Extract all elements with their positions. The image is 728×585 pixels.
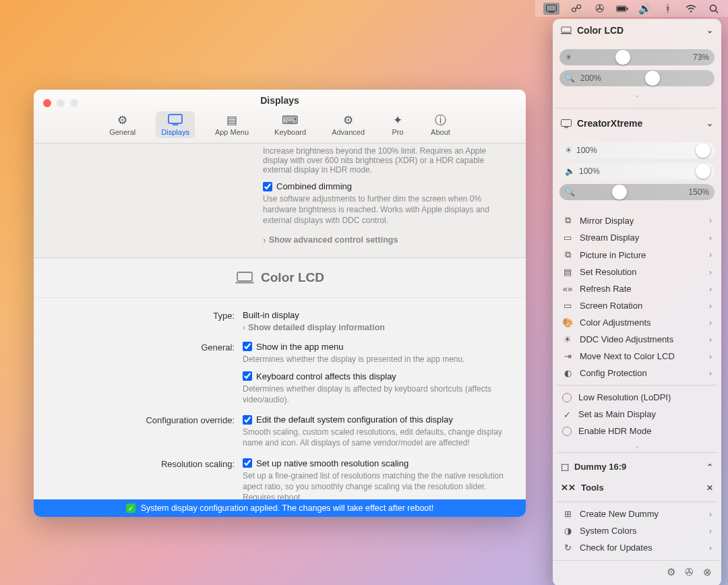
combined-dimming-checkbox[interactable]: Combined dimming	[263, 181, 499, 191]
check-icon: ✓	[562, 410, 572, 419]
menu-item-refresh-rate[interactable]: «»Refresh Rate›	[553, 280, 721, 297]
svg-rect-4	[627, 7, 628, 9]
show-advanced-control-link[interactable]: Show advanced control settings	[263, 235, 499, 245]
brightness-slider-d2[interactable]: ☀︎ 100%	[559, 142, 715, 158]
tab-pro[interactable]: ✦Pro	[385, 111, 411, 138]
tab-app-menu[interactable]: ▤App Menu	[210, 111, 254, 138]
gear-icon[interactable]: ⚙︎	[667, 566, 675, 578]
svg-rect-12	[562, 27, 571, 32]
tab-keyboard[interactable]: ⌨Keyboard	[269, 111, 311, 138]
window-title: Displays	[34, 90, 526, 106]
expand-dots[interactable]: ⌄	[559, 91, 715, 98]
bluetooth-icon[interactable]: ᚼ	[662, 3, 674, 15]
svg-rect-15	[564, 127, 568, 127]
svg-rect-0	[547, 5, 557, 11]
tools-icon: ✕✕	[561, 483, 576, 493]
extra-check-for-updates[interactable]: ↻Check for Updates›	[553, 539, 721, 556]
brightness-slider-d1[interactable]: ☀︎ 73%	[559, 49, 715, 65]
radio-enable-hdr-mode[interactable]: Enable HDR Mode	[553, 423, 721, 439]
panel-display2-header[interactable]: CreatorXtreme ⌄	[553, 112, 721, 135]
item-icon: ▤	[562, 267, 573, 277]
item-icon: ▭	[562, 233, 573, 243]
tab-about[interactable]: ⓘAbout	[425, 111, 456, 138]
wifi-icon[interactable]	[685, 3, 697, 15]
chevron-right-icon: ›	[709, 335, 712, 344]
dropbox-icon[interactable]: ☍	[570, 3, 582, 15]
volume-slider-d2[interactable]: 🔈 100%	[559, 163, 715, 179]
chevron-right-icon: ›	[709, 233, 712, 243]
close-icon: ✕	[706, 483, 713, 493]
tools-menubar-icon[interactable]: ✇	[593, 3, 605, 15]
native-smooth-desc: Set up a fine-grained list of resolution…	[243, 470, 506, 503]
menu-item-mirror-display[interactable]: ⧉Mirror Display›	[553, 212, 721, 229]
laptop-icon	[561, 26, 572, 34]
chevron-right-icon: ›	[709, 216, 712, 225]
laptop-icon	[235, 271, 254, 284]
svg-rect-1	[549, 11, 554, 12]
edit-config-checkbox[interactable]: Edit the default system configuration of…	[243, 414, 506, 425]
dummy-icon: ⬚	[561, 462, 569, 472]
panel-tools-header[interactable]: ✕✕ Tools ✕	[553, 477, 721, 498]
menu-item-color-adjustments[interactable]: 🎨Color Adjustments›	[553, 314, 721, 331]
tab-advanced[interactable]: ⚙︎Advanced	[326, 111, 370, 138]
reboot-banner: ✓ System display configuration applied. …	[34, 499, 526, 517]
menu-item-move-next-to-color-lcd[interactable]: ⇥Move Next to Color LCD›	[553, 348, 721, 365]
radio-set-as-main-display[interactable]: ✓Set as Main Display	[553, 406, 721, 423]
panel-footer: ⚙︎ ✇ ⊗	[553, 560, 721, 582]
brightness-icon: ☀︎	[565, 53, 572, 62]
radio-low-resolution-lodpi-[interactable]: Low Resolution (LoDPI)	[553, 389, 721, 406]
menu-item-config-protection[interactable]: ◐Config Protection›	[553, 365, 721, 381]
window-body: Increase brightness beyond the 100% limi…	[34, 144, 526, 517]
display-form: Type: Built-in display Show detailed dis…	[34, 298, 526, 503]
svg-line-7	[716, 10, 719, 13]
monitor-icon	[561, 119, 572, 128]
item-icon: ⧉	[562, 249, 573, 260]
svg-point-6	[710, 5, 717, 11]
item-icon: 🎨	[562, 317, 573, 328]
chevron-right-icon: ›	[709, 284, 712, 294]
search-icon[interactable]	[708, 3, 720, 15]
menu-item-screen-rotation[interactable]: ▭Screen Rotation›	[553, 297, 721, 314]
menu-item-stream-display[interactable]: ▭Stream Display›	[553, 229, 721, 246]
zoom-button[interactable]	[70, 99, 78, 107]
menu-item-ddc-video-adjustments[interactable]: ☀︎DDC Video Adjustments›	[553, 331, 721, 348]
display-menubar-icon[interactable]	[543, 3, 559, 15]
svg-rect-14	[562, 119, 572, 126]
wrench-icon[interactable]: ✇	[685, 566, 694, 578]
edit-config-desc: Smooth scaling, custom scaled resolution…	[243, 427, 506, 448]
tab-general[interactable]: ⚙︎General	[104, 111, 141, 138]
battery-icon[interactable]	[616, 3, 628, 15]
radio-icon	[562, 427, 572, 436]
show-detailed-info-link[interactable]: Show detailed display information	[243, 323, 506, 332]
expand-dots[interactable]: ⌄	[553, 442, 721, 449]
show-in-menu-checkbox[interactable]: Show in the app menu	[243, 342, 506, 352]
chevron-right-icon: ›	[709, 250, 712, 259]
general-label: General:	[54, 342, 243, 406]
item-icon: «»	[562, 284, 573, 294]
close-button[interactable]	[43, 99, 51, 107]
power-icon[interactable]: ⊗	[703, 566, 712, 578]
menu-item-set-resolution[interactable]: ▤Set Resolution›	[553, 264, 721, 280]
volume-icon[interactable]: 🔊	[639, 3, 651, 15]
chevron-right-icon: ›	[709, 369, 712, 378]
keyboard-control-checkbox[interactable]: Keyboard control affects this display	[243, 371, 506, 381]
radio-icon	[562, 393, 572, 402]
check-icon: ✓	[126, 503, 135, 513]
tab-displays[interactable]: Displays	[156, 111, 195, 138]
panel-display1-header[interactable]: Color LCD ⌄	[553, 19, 721, 42]
chevron-right-icon: ›	[709, 543, 712, 553]
zoom-slider-d1[interactable]: 🔍 200%	[559, 70, 715, 86]
chevron-right-icon: ›	[709, 352, 712, 361]
combined-dimming-desc: Use software adjustments to further dim …	[263, 193, 499, 226]
banner-text: System display configuration applied. Th…	[141, 503, 434, 513]
menu-item-picture-in-picture[interactable]: ⧉Picture in Picture›	[553, 246, 721, 264]
extra-create-new-dummy[interactable]: ⊞Create New Dummy›	[553, 505, 721, 522]
zoom-icon: 🔍	[565, 73, 575, 83]
native-smooth-checkbox[interactable]: Set up native smooth resolution scaling	[243, 458, 506, 468]
svg-rect-8	[169, 115, 182, 123]
panel-dummy-header[interactable]: ⬚ Dummy 16:9 ⌃	[553, 456, 721, 477]
display-header: Color LCD	[34, 258, 526, 298]
zoom-slider-d2[interactable]: 🔍 150%	[559, 184, 715, 200]
minimize-button[interactable]	[57, 99, 65, 107]
extra-system-colors[interactable]: ◑System Colors›	[553, 522, 721, 539]
